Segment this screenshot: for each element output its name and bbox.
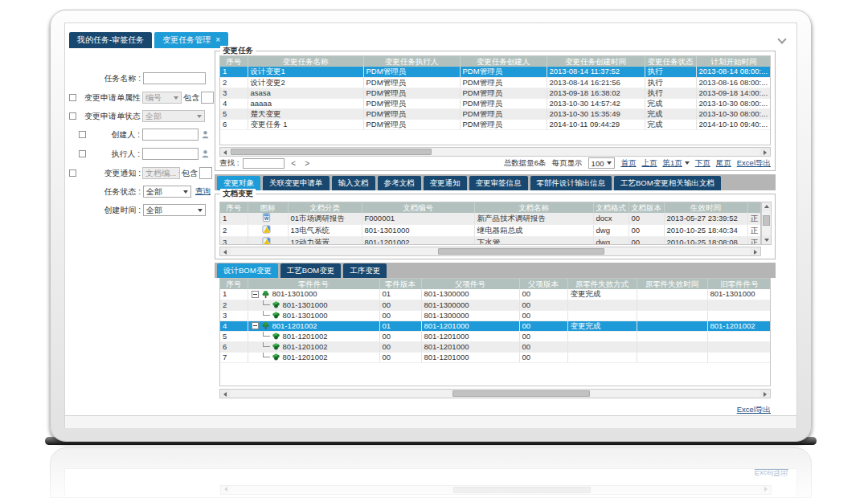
scroll-left-icon[interactable] <box>220 390 231 398</box>
tab[interactable]: 参考文档 <box>378 176 421 190</box>
scroll-right-icon[interactable] <box>760 390 770 398</box>
tab[interactable]: 工艺BOM变更 <box>280 263 342 278</box>
table-row[interactable]: 4 aaaaa PDM管理员 PDM管理员 2013-10-30 14:57:4… <box>220 98 771 108</box>
scroll-right-icon[interactable] <box>750 247 760 255</box>
bom-row[interactable]: 6 801-1201002 <box>220 341 771 352</box>
find-prev-icon[interactable]: < <box>289 159 298 168</box>
column-header[interactable]: 旧零件件号 <box>707 279 771 289</box>
creator-checkbox[interactable] <box>79 131 86 138</box>
table-row[interactable]: 2 W 13电气系统 801-1301000 继电器箱总成 dwg 00 <box>220 225 760 237</box>
task-status-select[interactable]: 全部 <box>143 186 191 198</box>
bom-hscrollbar[interactable] <box>219 389 771 398</box>
column-header[interactable]: 序号 <box>220 279 248 289</box>
column-header[interactable]: 文档格式 <box>593 202 628 213</box>
collapse-chevron-icon[interactable] <box>777 35 786 43</box>
bom-row[interactable]: 1 801-1301000 <box>220 289 771 300</box>
notice-select[interactable]: 文档编... <box>142 167 180 179</box>
task-name-input[interactable] <box>143 72 206 84</box>
tab[interactable]: 零部件设计输出信息 <box>530 176 612 190</box>
request-status-checkbox[interactable] <box>69 112 76 120</box>
table-row[interactable]: 3 W 12动力装置 801-1201002 下水管 dwg 00 <box>220 237 760 246</box>
column-header[interactable]: 文档名称 <box>474 202 593 213</box>
column-header[interactable]: 变更任务创建人 <box>460 56 547 67</box>
table-row[interactable]: 1 W 01市场调研报告 F000001 新产品技术调研报告 docx 00 <box>220 213 760 225</box>
request-attr-contains-input[interactable] <box>201 92 214 104</box>
find-next-icon[interactable]: > <box>302 159 312 168</box>
scroll-down-icon[interactable] <box>762 235 771 244</box>
create-time-select[interactable]: 全部 <box>143 204 206 216</box>
scroll-thumb[interactable] <box>452 390 590 397</box>
tab[interactable]: 工艺BOM变更相关输出文档 <box>614 176 721 190</box>
column-header[interactable]: 父项件号 <box>421 279 519 289</box>
request-attr-select[interactable]: 编号 <box>142 92 182 104</box>
table-row[interactable]: 3 asasa PDM管理员 PDM管理员 2013-09-18 16:38:0… <box>220 88 771 98</box>
column-header[interactable]: 零件版本 <box>379 279 421 289</box>
column-header[interactable]: 文档版本 <box>628 202 664 213</box>
user-picker-icon[interactable] <box>201 130 210 139</box>
prev-page-link[interactable]: 上页 <box>641 158 657 169</box>
column-header[interactable]: 父项版本 <box>519 279 567 289</box>
scroll-left-icon[interactable] <box>220 148 231 156</box>
scroll-thumb[interactable] <box>231 149 432 155</box>
column-header[interactable]: 变更任务执行人 <box>363 56 460 67</box>
column-header[interactable]: 原零件失效方式 <box>567 279 637 289</box>
column-header[interactable]: 计划开始时间 <box>696 56 771 67</box>
notice-contains-input[interactable] <box>199 167 212 179</box>
doc-change-hscrollbar[interactable] <box>219 247 761 256</box>
executor-input[interactable] <box>142 148 199 160</box>
table-row[interactable]: 2 设计变更2 PDM管理员 PDM管理员 2013-08-14 16:21:5… <box>220 77 771 88</box>
executor-checkbox[interactable] <box>79 150 86 157</box>
column-header[interactable] <box>747 202 760 213</box>
scroll-right-icon[interactable] <box>760 148 770 156</box>
table-row[interactable]: 6 变更任务 1 PDM管理员 PDM管理员 2014-10-11 09:44:… <box>220 119 771 129</box>
word-doc-icon: W <box>262 214 271 223</box>
doc-change-vscrollbar[interactable] <box>761 202 772 245</box>
column-header[interactable]: 序号 <box>220 56 248 67</box>
tab[interactable]: 变更通知 <box>424 176 467 190</box>
last-page-link[interactable]: 尾页 <box>716 158 731 169</box>
excel-export-link[interactable]: Excel导出 <box>737 158 771 169</box>
excel-export-link[interactable]: Excel导出 <box>737 405 771 414</box>
table-row[interactable]: 1 设计变更1 PDM管理员 PDM管理员 2013-08-14 11:37:5… <box>220 67 771 77</box>
query-link[interactable]: 查询 <box>195 186 211 197</box>
bom-row[interactable]: 7 801-1201002 <box>220 352 771 362</box>
change-task-hscrollbar[interactable] <box>219 147 771 157</box>
tab[interactable]: 变更审签信息 <box>469 176 528 190</box>
column-header[interactable]: 文档分类 <box>288 202 362 213</box>
find-input[interactable] <box>243 158 285 169</box>
column-header[interactable]: 生效时间 <box>664 202 747 213</box>
per-page-select[interactable]: 100 <box>588 157 616 169</box>
column-header[interactable]: 原零件失效时间 <box>637 279 707 289</box>
column-header[interactable]: 变更任务名称 <box>248 56 363 67</box>
next-page-link[interactable]: 下页 <box>695 158 710 169</box>
column-header[interactable]: 变更任务状态 <box>645 56 696 67</box>
scroll-left-icon[interactable] <box>220 247 231 255</box>
bom-row[interactable]: 2 801-1301000 <box>220 300 771 310</box>
table-row[interactable]: 5 楚天变更 PDM管理员 PDM管理员 2013-10-30 15:35:49… <box>220 108 771 119</box>
close-icon[interactable]: × <box>215 35 220 45</box>
bom-row[interactable]: 5 801-1201002 <box>220 331 771 341</box>
column-header[interactable]: 文档编号 <box>362 202 474 213</box>
column-header[interactable]: 序号 <box>220 202 248 213</box>
tab[interactable]: 关联变更申请单 <box>263 176 330 190</box>
column-header[interactable]: 零件件号 <box>248 279 379 289</box>
tab[interactable]: 设计BOM变更 <box>217 263 278 278</box>
collapse-minus-icon[interactable] <box>252 291 259 298</box>
collapse-minus-icon[interactable] <box>252 322 259 329</box>
scroll-thumb[interactable] <box>438 248 604 255</box>
user-picker-icon[interactable] <box>201 149 210 158</box>
bom-row[interactable]: 4 801-1201002 <box>220 320 771 331</box>
scroll-thumb[interactable] <box>763 215 770 227</box>
first-page-link[interactable]: 首页 <box>620 158 636 169</box>
column-header[interactable]: 变更任务创建时间 <box>547 56 645 67</box>
tab[interactable]: 工序变更 <box>343 263 387 278</box>
scroll-up-icon[interactable] <box>762 202 771 211</box>
notice-checkbox[interactable] <box>69 169 76 177</box>
request-attr-checkbox[interactable] <box>69 94 76 101</box>
tab[interactable]: 输入文档 <box>332 176 375 190</box>
creator-input[interactable] <box>142 129 199 141</box>
request-status-select[interactable]: 全部 <box>142 110 205 122</box>
bom-row[interactable]: 3 801-1301000 <box>220 310 771 320</box>
column-header[interactable]: 图标 <box>248 202 288 213</box>
current-page-select[interactable]: 第1页 <box>662 158 689 169</box>
